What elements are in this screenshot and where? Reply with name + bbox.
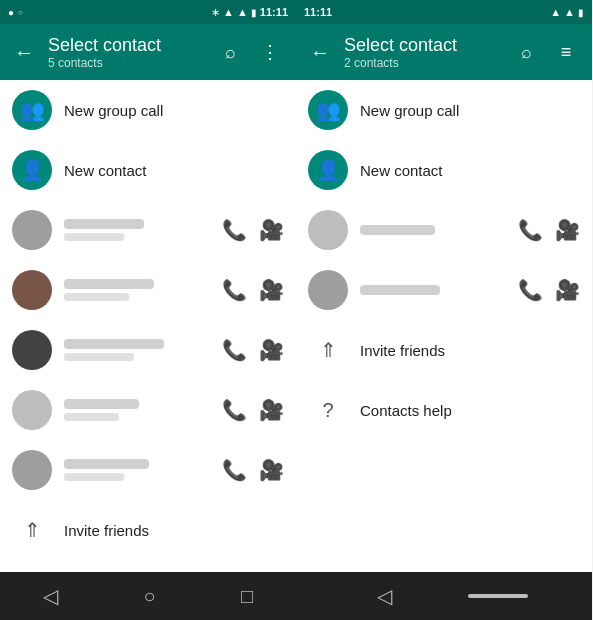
right-help-icon-wrap: ? (308, 390, 348, 430)
right-status-right: ▲ ▲ ▮ (550, 6, 584, 18)
right-contact-item-2[interactable]: 📞 🎥 (296, 260, 592, 320)
right-status-bar: 11:11 ▲ ▲ ▮ (296, 0, 592, 24)
contact-content-4 (52, 399, 222, 421)
contact-item-5[interactable]: 📞 🎥 (0, 440, 296, 500)
phone-call-button-5[interactable]: 📞 (222, 458, 247, 482)
right-wifi-icon: ▲ (564, 6, 575, 18)
contact-item-2[interactable]: 📞 🎥 (0, 260, 296, 320)
recents-nav-button[interactable]: □ (225, 577, 269, 616)
signal-icon: ▲ (237, 6, 248, 18)
phone-call-button-1[interactable]: 📞 (222, 218, 247, 242)
time-left: 11:11 (260, 6, 288, 18)
video-call-button-4[interactable]: 🎥 (259, 398, 284, 422)
new-contact-avatar: 👤 (12, 150, 52, 190)
right-video-call-button-2[interactable]: 🎥 (555, 278, 580, 302)
new-contact-item[interactable]: 👤 New contact (0, 140, 296, 200)
right-share-icon: ⇑ (320, 338, 337, 362)
contact-call-actions-4: 📞 🎥 (222, 398, 284, 422)
contact-content-2 (52, 279, 222, 301)
right-invite-label: Invite friends (360, 342, 580, 359)
more-icon: ⋮ (261, 41, 279, 63)
video-call-button-3[interactable]: 🎥 (259, 338, 284, 362)
left-contact-list: 👥 New group call 👤 New contact 📞 (0, 80, 296, 572)
video-call-button-5[interactable]: 🎥 (259, 458, 284, 482)
right-new-contact-avatar: 👤 (308, 150, 348, 190)
contacts-help-item[interactable]: ? Contacts help (0, 560, 296, 572)
right-contact-item-1[interactable]: 📞 🎥 (296, 200, 592, 260)
right-contact-name-blur-1 (360, 225, 435, 235)
right-search-button[interactable]: ⌕ (508, 34, 544, 70)
home-nav-button[interactable]: ○ (127, 577, 171, 616)
right-phone: 11:11 ▲ ▲ ▮ ← Select contact 2 contacts … (296, 0, 592, 620)
home-pill-indicator (468, 594, 528, 598)
invite-icon-wrap: ⇑ (12, 510, 52, 550)
invite-label: Invite friends (64, 522, 284, 539)
right-invite-icon-wrap: ⇑ (308, 330, 348, 370)
right-contacts-help-label: Contacts help (360, 402, 580, 419)
right-group-call-content: New group call (348, 102, 580, 119)
right-contact-call-actions-1: 📞 🎥 (518, 218, 580, 242)
right-back-arrow-icon: ← (310, 41, 330, 64)
right-appbar-actions: ⌕ ≡ (508, 34, 584, 70)
video-call-button-2[interactable]: 🎥 (259, 278, 284, 302)
right-status-icons: ∗ ▲ ▲ ▮ 11:11 (211, 6, 288, 19)
right-help-content: Contacts help (348, 402, 580, 419)
contact-name-blur-5 (64, 459, 149, 469)
contact-content-5 (52, 459, 222, 481)
left-phone: ● ○ ∗ ▲ ▲ ▮ 11:11 ← Select contact 5 con… (0, 0, 296, 620)
right-phone-call-button-2[interactable]: 📞 (518, 278, 543, 302)
right-bottom-nav: ◁ (296, 572, 592, 620)
search-icon: ⌕ (225, 42, 236, 63)
right-app-bar: ← Select contact 2 contacts ⌕ ≡ (296, 24, 592, 80)
contact-item-3[interactable]: 📞 🎥 (0, 320, 296, 380)
group-call-avatar: 👥 (12, 90, 52, 130)
group-call-content: New group call (52, 102, 284, 119)
right-contacts-help-item[interactable]: ? Contacts help (296, 380, 592, 440)
right-time: 11:11 (304, 6, 332, 18)
contact-item-4[interactable]: 📞 🎥 (0, 380, 296, 440)
invite-content: Invite friends (52, 522, 284, 539)
phone-call-button-2[interactable]: 📞 (222, 278, 247, 302)
contact-avatar-4 (12, 390, 52, 430)
video-call-button-1[interactable]: 🎥 (259, 218, 284, 242)
right-new-contact-item[interactable]: 👤 New contact (296, 140, 592, 200)
phone-call-button-4[interactable]: 📞 (222, 398, 247, 422)
left-more-button[interactable]: ⋮ (252, 34, 288, 70)
phone-call-button-3[interactable]: 📞 (222, 338, 247, 362)
contact-avatar-3 (12, 330, 52, 370)
contact-call-actions-3: 📞 🎥 (222, 338, 284, 362)
left-app-bar: ← Select contact 5 contacts ⌕ ⋮ (0, 24, 296, 80)
right-invite-friends-item[interactable]: ⇑ Invite friends (296, 320, 592, 380)
contact-num-blur-2 (64, 293, 129, 301)
contact-avatar-2 (12, 270, 52, 310)
right-contact-avatar-1 (308, 210, 348, 250)
right-search-icon: ⌕ (521, 42, 532, 63)
invite-friends-item[interactable]: ⇑ Invite friends (0, 500, 296, 560)
right-phone-call-button-1[interactable]: 📞 (518, 218, 543, 242)
left-search-button[interactable]: ⌕ (212, 34, 248, 70)
left-appbar-actions: ⌕ ⋮ (212, 34, 288, 70)
right-back-button[interactable]: ← (304, 36, 336, 68)
contact-item-1[interactable]: 📞 🎥 (0, 200, 296, 260)
notification-dot2: ○ (18, 8, 23, 17)
contact-call-actions-5: 📞 🎥 (222, 458, 284, 482)
left-bottom-nav: ◁ ○ □ (0, 572, 296, 620)
battery-icon: ▮ (251, 7, 257, 18)
right-title-section: Select contact 2 contacts (336, 35, 508, 70)
right-contact-list: 👥 New group call 👤 New contact 📞 🎥 (296, 80, 592, 572)
back-nav-button[interactable]: ◁ (27, 576, 74, 616)
right-group-call-avatar: 👥 (308, 90, 348, 130)
right-screen-title: Select contact (344, 35, 508, 56)
right-new-contact-content: New contact (348, 162, 580, 179)
left-back-button[interactable]: ← (8, 36, 40, 68)
wifi-icon: ▲ (223, 6, 234, 18)
right-video-call-button-1[interactable]: 🎥 (555, 218, 580, 242)
right-more-button[interactable]: ≡ (548, 34, 584, 70)
contact-num-blur-1 (64, 233, 124, 241)
right-group-call-icon: 👥 (316, 98, 341, 122)
right-new-group-call-item[interactable]: 👥 New group call (296, 80, 592, 140)
contact-name-blur-2 (64, 279, 154, 289)
new-group-call-item[interactable]: 👥 New group call (0, 80, 296, 140)
right-back-nav-button[interactable]: ◁ (361, 576, 408, 616)
contact-name-blur-1 (64, 219, 144, 229)
